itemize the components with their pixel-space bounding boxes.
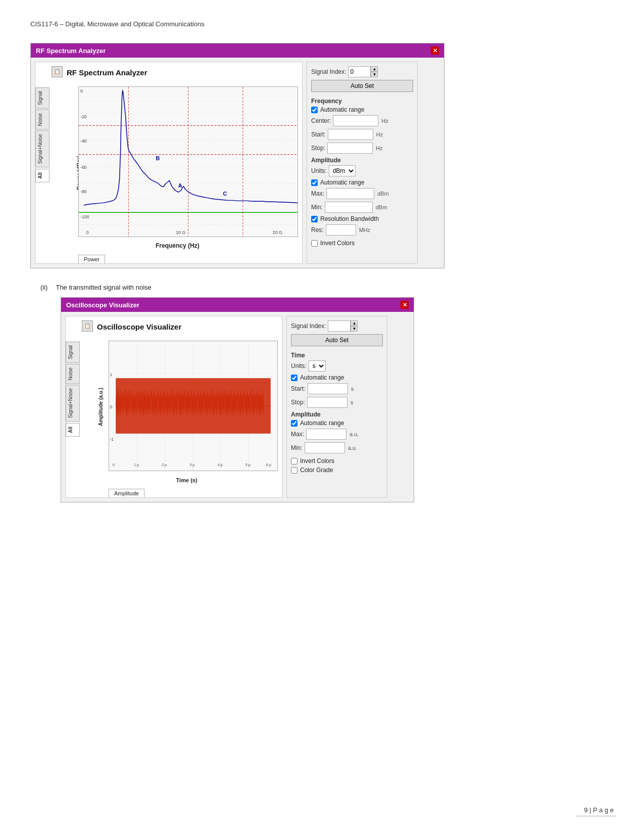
start-row: Start: -999.99237060 Hz: [311, 129, 413, 140]
signal-index-label: Signal Index:: [311, 68, 346, 75]
svg-text:4 μ: 4 μ: [218, 463, 223, 467]
osc-tab-signal[interactable]: Signal: [66, 342, 80, 363]
signal-index-down[interactable]: ▼: [371, 72, 378, 77]
osc-signal-index-spinner: 0 ▲ ▼: [328, 320, 358, 332]
signal-index-input[interactable]: 0: [348, 66, 371, 77]
center-row: Center: 9.9999237060 Hz: [311, 115, 413, 126]
osc-amp-auto-check[interactable]: [291, 420, 298, 427]
rf-x-axis-label: Frequency (Hz): [156, 242, 200, 249]
stop-label: Stop:: [311, 145, 325, 152]
osc-auto-set-button[interactable]: Auto Set: [291, 334, 383, 346]
osc-stop-input[interactable]: 6.88125375e-: [307, 397, 348, 408]
svg-text:0: 0: [110, 404, 113, 409]
svg-text:10 G: 10 G: [176, 230, 185, 235]
svg-text:0: 0: [80, 89, 83, 94]
sidebar-tab-noise[interactable]: Noise: [35, 110, 49, 130]
power-tab[interactable]: Power: [78, 255, 105, 263]
svg-text:-1: -1: [110, 437, 114, 441]
rf-chart-area: 📋 RF Spectrum Analyzer Signal Noise Sign…: [35, 62, 303, 264]
osc-max-input[interactable]: 0.9989728864: [306, 429, 346, 440]
osc-max-unit: a.u.: [350, 431, 359, 437]
osc-start-label: Start:: [291, 385, 306, 392]
center-input[interactable]: 9.9999237060: [333, 115, 378, 126]
amplitude-section-label: Amplitude: [311, 157, 413, 164]
osc-signal-index-up[interactable]: ▲: [351, 320, 358, 326]
svg-text:6 μ: 6 μ: [266, 463, 271, 467]
signal-index-row: Signal Index: 0 ▲ ▼: [311, 66, 413, 77]
osc-y-axis-label: Amplitude (a.u.): [98, 388, 104, 426]
osc-signal-index-down[interactable]: ▼: [351, 326, 358, 332]
osc-min-label: Min:: [291, 444, 303, 451]
osc-tab-signalnoise[interactable]: Signal+Noise: [66, 385, 80, 422]
invert-colors-checkbox[interactable]: Invert Colors: [311, 240, 413, 247]
amplitude-tab[interactable]: Amplitude: [109, 489, 144, 497]
osc-invert-label: Invert Colors: [300, 457, 334, 465]
res-bw-label: Resolution Bandwidth: [320, 215, 379, 222]
auto-set-button[interactable]: Auto Set: [311, 80, 413, 92]
osc-start-unit: s: [351, 386, 354, 392]
freq-auto-range-check[interactable]: [311, 107, 318, 113]
osc-units-row: Units: s: [291, 360, 383, 372]
osc-auto-range-checkbox[interactable]: Automatic range: [291, 374, 383, 381]
rf-plot-container: 0 -20 -40 -60 -80 -100 0 10 G 20 G B: [78, 86, 298, 237]
osc-start-input[interactable]: -0.32767875e-: [308, 383, 348, 394]
chart-icon: 📋: [52, 66, 63, 77]
res-input[interactable]: 10: [326, 224, 356, 236]
osc-max-row: Max: 0.9989728864 a.u.: [291, 429, 383, 440]
osc-units-label: Units:: [291, 362, 307, 369]
signal-index-spinner: 0 ▲ ▼: [348, 66, 378, 77]
res-row: Res: 10 MHz: [311, 224, 413, 236]
rf-window-title: RF Spectrum Analyzer: [36, 47, 106, 55]
osc-tab-noise[interactable]: Noise: [66, 364, 80, 384]
start-input[interactable]: -999.99237060: [328, 129, 373, 140]
max-input[interactable]: 1.5267654216: [326, 188, 374, 199]
amp-units-select[interactable]: dBm: [329, 165, 356, 176]
sidebar-tab-signalnoise[interactable]: Signal+Noise: [35, 130, 49, 167]
osc-color-grade-check[interactable]: [291, 467, 298, 474]
sidebar-tab-signal[interactable]: Signal: [35, 87, 49, 109]
osc-time-label: Time: [291, 352, 383, 359]
start-label: Start:: [311, 131, 326, 138]
res-bw-check[interactable]: [311, 216, 318, 222]
stop-input[interactable]: 20.999839782: [327, 143, 373, 154]
osc-auto-range-check[interactable]: [291, 375, 298, 381]
page-title: CIS117-6 – Digital, Microwave and Optica…: [30, 20, 614, 28]
osc-amp-auto-checkbox[interactable]: Automatic range: [291, 420, 383, 427]
osc-min-input[interactable]: -0.978685007: [305, 442, 345, 453]
osc-signal-index-input[interactable]: 0: [328, 320, 351, 332]
freq-auto-range-checkbox[interactable]: Automatic range: [311, 106, 413, 113]
osc-stop-unit: s: [351, 399, 354, 405]
osc-plot-container: 1 0 -1 0 1 μ 2 μ 3 μ 4 μ 5 μ 6 μ: [109, 341, 278, 471]
amp-auto-range-check[interactable]: [311, 179, 318, 186]
osc-color-grade-checkbox[interactable]: Color Grade: [291, 467, 383, 474]
osc-chart-svg: 1 0 -1 0 1 μ 2 μ 3 μ 4 μ 5 μ 6 μ: [109, 341, 277, 471]
svg-text:1 μ: 1 μ: [134, 463, 139, 467]
svg-text:-100: -100: [80, 214, 89, 219]
osc-stop-label: Stop:: [291, 399, 305, 406]
osc-units-select[interactable]: s: [309, 360, 326, 372]
osc-spinners: ▲ ▼: [351, 320, 358, 332]
rf-window-body: 📋 RF Spectrum Analyzer Signal Noise Sign…: [31, 58, 444, 268]
rf-bottom-tabs: Power: [78, 255, 105, 263]
osc-invert-checkbox[interactable]: Invert Colors: [291, 457, 383, 465]
osc-chart-title: Oscilloscope Visualizer: [97, 318, 181, 333]
amp-auto-range-checkbox[interactable]: Automatic range: [311, 179, 413, 186]
stop-row: Stop: 20.999839782 Hz: [311, 143, 413, 154]
amp-auto-range-label: Automatic range: [320, 179, 364, 186]
res-bw-checkbox[interactable]: Resolution Bandwidth: [311, 215, 413, 222]
min-input[interactable]: -104.83460781: [325, 202, 373, 213]
osc-close-button[interactable]: ✕: [401, 301, 409, 309]
svg-text:-60: -60: [80, 165, 87, 170]
signal-index-up[interactable]: ▲: [371, 66, 378, 72]
osc-tab-all[interactable]: All: [66, 423, 80, 437]
sidebar-tab-all[interactable]: All: [35, 169, 49, 182]
osc-control-panel: Signal Index: 0 ▲ ▼ Auto Set Time Units:…: [286, 316, 387, 498]
osc-invert-check[interactable]: [291, 458, 298, 465]
rf-spectrum-window: RF Spectrum Analyzer ✕ 📋 RF Spectrum Ana…: [30, 43, 444, 268]
close-button[interactable]: ✕: [431, 47, 439, 55]
rf-sidebar-tabs: Signal Noise Signal+Noise All: [35, 87, 49, 248]
invert-colors-check[interactable]: [311, 240, 318, 247]
osc-x-axis-label: Time (s): [176, 477, 197, 483]
svg-text:C: C: [223, 191, 227, 197]
freq-auto-range-label: Automatic range: [320, 106, 364, 113]
